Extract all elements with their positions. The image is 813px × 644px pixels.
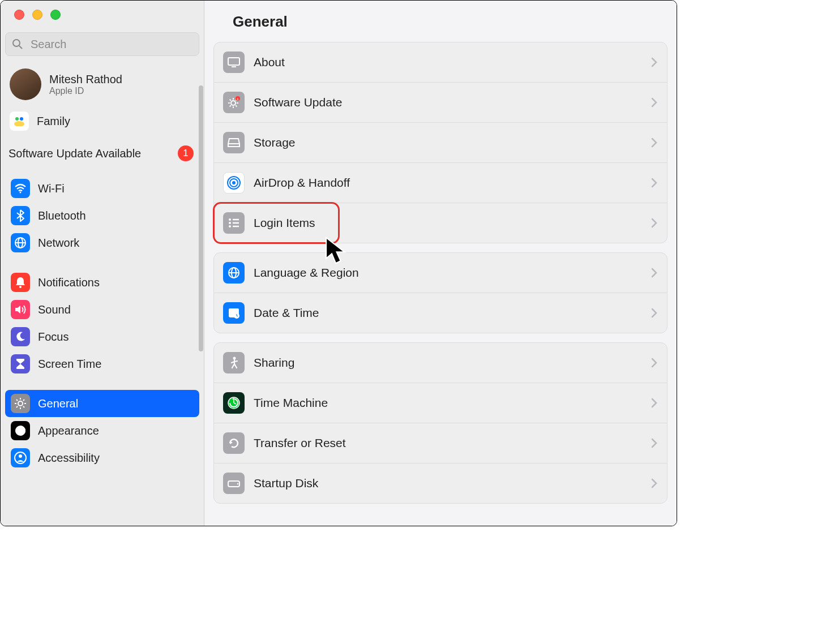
- sidebar-item-label: Notifications: [38, 276, 100, 289]
- chevron-right-icon: [651, 438, 658, 448]
- settings-row-software-update[interactable]: 1Software Update: [214, 83, 667, 123]
- settings-row-transfer-or-reset[interactable]: Transfer or Reset: [214, 423, 667, 463]
- svg-point-3: [20, 117, 23, 121]
- settings-row-startup-disk[interactable]: Startup Disk: [214, 463, 667, 503]
- chevron-right-icon: [651, 218, 658, 228]
- settings-row-time-machine[interactable]: Time Machine: [214, 383, 667, 423]
- svg-line-30: [230, 100, 231, 101]
- settings-row-label: Startup Disk: [254, 476, 642, 490]
- svg-point-61: [237, 483, 239, 485]
- settings-row-language-region[interactable]: Language & Region: [214, 253, 667, 293]
- settings-row-label: Language & Region: [254, 266, 642, 280]
- globe-icon: [223, 262, 245, 284]
- sidebar-item-bluetooth[interactable]: Bluetooth: [5, 202, 199, 229]
- gear-icon: [11, 394, 30, 413]
- sidebar-item-family[interactable]: Family: [5, 107, 199, 135]
- chevron-right-icon: [651, 398, 658, 408]
- apple-id-row[interactable]: Mitesh Rathod Apple ID: [5, 65, 199, 104]
- sidebar-item-general[interactable]: General: [5, 390, 199, 417]
- calendar-clock-icon: [223, 302, 245, 324]
- cursor-icon: [324, 236, 350, 267]
- sidebar-item-label: Appearance: [38, 424, 99, 437]
- scrollbar[interactable]: [199, 85, 203, 351]
- moon-icon: [11, 327, 30, 346]
- account-name: Mitesh Rathod: [49, 73, 122, 86]
- svg-point-21: [19, 454, 22, 458]
- svg-point-0: [13, 40, 20, 46]
- settings-row-sharing[interactable]: Sharing: [214, 343, 667, 383]
- maximize-icon[interactable]: [50, 10, 61, 20]
- sidebar-item-screen-time[interactable]: Screen Time: [5, 350, 199, 377]
- svg-point-24: [231, 101, 236, 105]
- chevron-right-icon: [651, 478, 658, 488]
- svg-point-9: [19, 286, 22, 288]
- settings-row-label: Storage: [254, 136, 642, 149]
- sidebar-item-label: Wi-Fi: [38, 182, 65, 195]
- clock-arrow-icon: [223, 392, 245, 414]
- settings-row-login-items[interactable]: Login Items: [214, 203, 667, 243]
- settings-group: Language & RegionDate & Time: [213, 252, 667, 333]
- chevron-right-icon: [651, 308, 658, 318]
- chevron-right-icon: [651, 178, 658, 188]
- search-field[interactable]: [5, 32, 199, 56]
- chevron-right-icon: [651, 97, 658, 108]
- svg-point-4: [14, 121, 24, 126]
- minimize-icon[interactable]: [32, 10, 42, 20]
- account-sub: Apple ID: [49, 86, 122, 96]
- settings-row-airdrop-handoff[interactable]: AirDrop & Handoff: [214, 163, 667, 203]
- update-badge: 1: [178, 145, 194, 161]
- software-update-notice[interactable]: Software Update Available 1: [5, 135, 199, 167]
- svg-marker-59: [230, 441, 233, 444]
- airdrop-icon: [223, 172, 245, 194]
- svg-line-12: [23, 406, 24, 407]
- sidebar-item-label: Screen Time: [38, 358, 101, 371]
- svg-rect-22: [228, 58, 239, 65]
- page-title: General: [233, 13, 660, 31]
- settings-row-storage[interactable]: Storage: [214, 123, 667, 163]
- svg-point-38: [232, 181, 236, 184]
- settings-row-about[interactable]: About: [214, 42, 667, 83]
- settings-row-date-time[interactable]: Date & Time: [214, 293, 667, 333]
- update-text: Software Update Available: [8, 147, 141, 161]
- svg-rect-49: [229, 308, 239, 311]
- hourglass-icon: [11, 354, 30, 373]
- drive-icon: [223, 132, 245, 153]
- svg-point-5: [20, 192, 22, 194]
- settings-row-label: About: [254, 55, 642, 69]
- family-icon: [10, 111, 29, 131]
- bluetooth-icon: [11, 206, 30, 225]
- close-icon[interactable]: [14, 10, 24, 20]
- sidebar-item-notifications[interactable]: Notifications: [5, 269, 199, 296]
- wifi-icon: [11, 179, 30, 198]
- settings-group: SharingTime MachineTransfer or ResetStar…: [213, 342, 667, 504]
- settings-group: About1Software UpdateStorageAirDrop & Ha…: [213, 42, 667, 243]
- sidebar-item-focus[interactable]: Focus: [5, 323, 199, 350]
- chevron-right-icon: [651, 57, 658, 67]
- family-label: Family: [37, 115, 70, 128]
- sidebar-item-label: Sound: [38, 303, 71, 316]
- sidebar-item-network[interactable]: Network: [5, 229, 199, 256]
- display-icon: [223, 51, 245, 73]
- sidebar-item-appearance[interactable]: Appearance: [5, 417, 199, 444]
- main-header: General: [204, 1, 677, 42]
- settings-row-label: Time Machine: [254, 396, 642, 410]
- sidebar-item-sound[interactable]: Sound: [5, 296, 199, 323]
- settings-row-label: Transfer or Reset: [254, 436, 642, 450]
- chevron-right-icon: [651, 268, 658, 278]
- sidebar-list: Wi-FiBluetoothNetworkNotificationsSoundF…: [5, 175, 199, 471]
- list-icon: [223, 212, 245, 234]
- walking-icon: [223, 352, 245, 373]
- sidebar-item-label: General: [38, 397, 78, 410]
- svg-line-1: [19, 46, 22, 49]
- search-input[interactable]: [5, 32, 199, 56]
- sidebar-item-accessibility[interactable]: Accessibility: [5, 444, 199, 471]
- svg-point-41: [229, 222, 231, 224]
- svg-line-14: [16, 406, 18, 407]
- sidebar-item-label: Network: [38, 237, 79, 250]
- svg-point-39: [229, 218, 231, 221]
- svg-line-18: [23, 400, 24, 401]
- window-controls: [5, 8, 199, 32]
- settings-row-label: AirDrop & Handoff: [254, 176, 642, 190]
- settings-groups: About1Software UpdateStorageAirDrop & Ha…: [204, 42, 677, 513]
- sidebar-item-wi-fi[interactable]: Wi-Fi: [5, 175, 199, 202]
